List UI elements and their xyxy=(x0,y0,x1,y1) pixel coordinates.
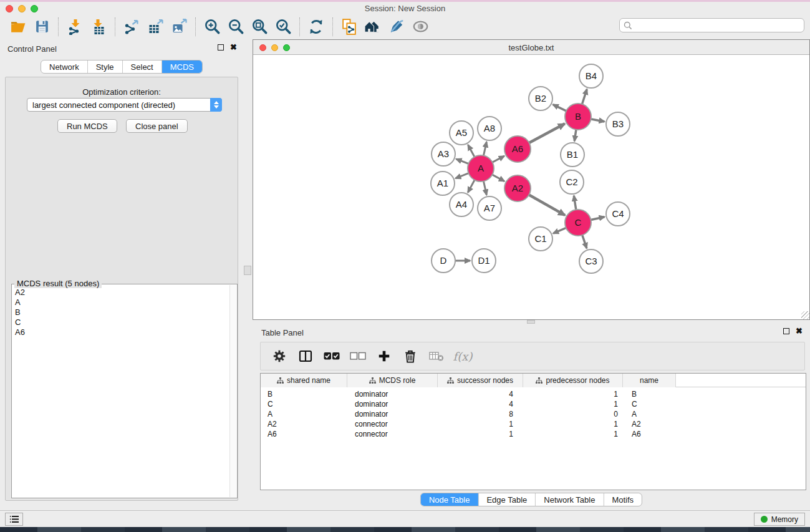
network-canvas[interactable]: B4B2BB3A8A5A6A3B1AC2A1A2A4A7C4CC1C3DD1 xyxy=(253,55,809,319)
tab-mcds[interactable]: MCDS xyxy=(162,60,202,73)
tab-motifs[interactable]: Motifs xyxy=(603,493,642,506)
table-cell[interactable]: C xyxy=(261,399,347,409)
graph-node-D[interactable]: D xyxy=(432,249,455,273)
export-network-button[interactable] xyxy=(120,16,143,37)
table-cell[interactable]: dominator xyxy=(347,399,438,409)
tab-network-table[interactable]: Network Table xyxy=(535,493,603,506)
column-header-successor-nodes[interactable]: successor nodes xyxy=(438,374,523,387)
table-cell[interactable]: dominator xyxy=(347,389,438,399)
zoom-selected-button[interactable] xyxy=(271,16,295,37)
criterion-dropdown[interactable]: largest connected component (directed) xyxy=(27,98,222,112)
graph-node-D1[interactable]: D1 xyxy=(472,249,496,273)
table-cell[interactable]: A2 xyxy=(261,419,347,429)
zoom-in-button[interactable] xyxy=(200,16,224,37)
zoom-out-button[interactable] xyxy=(224,16,248,37)
column-header-shared-name[interactable]: shared name xyxy=(261,374,347,387)
table-cell[interactable]: 1 xyxy=(523,399,623,409)
column-header-predecessor-nodes[interactable]: predecessor nodes xyxy=(523,374,623,387)
graph-node-C3[interactable]: C3 xyxy=(579,249,603,273)
save-session-button[interactable] xyxy=(30,16,54,37)
graph-node-A6[interactable]: A6 xyxy=(504,136,531,162)
tab-edge-table[interactable]: Edge Table xyxy=(478,493,535,506)
show-hide-panel-button[interactable] xyxy=(408,16,432,37)
table-cell[interactable]: 4 xyxy=(438,389,523,399)
cybrowser-home-button[interactable] xyxy=(361,16,385,37)
apply-layout-button[interactable] xyxy=(304,16,328,37)
table-cell[interactable]: connector xyxy=(347,419,438,429)
create-column-button[interactable] xyxy=(373,346,395,367)
mcds-result-item[interactable]: A6 xyxy=(12,327,229,337)
table-cell[interactable]: A2 xyxy=(623,419,676,429)
graph-node-A8[interactable]: A8 xyxy=(478,117,501,140)
mcds-result-item[interactable]: B xyxy=(12,307,229,317)
close-panel-icon[interactable]: ✖ xyxy=(230,44,237,51)
table-cell[interactable]: B xyxy=(623,389,676,399)
table-cell[interactable]: A xyxy=(261,409,347,419)
hide-graphics-details-button[interactable] xyxy=(385,16,408,37)
import-table-button[interactable] xyxy=(87,16,110,37)
search-field[interactable] xyxy=(619,18,804,32)
table-cell[interactable]: 8 xyxy=(438,409,523,419)
select-all-columns-button[interactable] xyxy=(321,346,343,367)
close-panel-icon[interactable]: ✖ xyxy=(796,328,803,334)
table-cell[interactable]: 1 xyxy=(523,419,623,429)
float-panel-icon[interactable] xyxy=(218,44,224,51)
table-cell[interactable]: connector xyxy=(347,429,438,439)
tab-select[interactable]: Select xyxy=(122,60,162,73)
mcds-result-item[interactable]: C xyxy=(12,317,229,327)
graph-node-B3[interactable]: B3 xyxy=(606,112,630,136)
table-cell[interactable]: 1 xyxy=(438,419,523,429)
graph-node-C2[interactable]: C2 xyxy=(560,170,584,194)
vertical-splitter-handle[interactable] xyxy=(244,266,251,275)
show-column-panel-button[interactable] xyxy=(294,346,317,367)
table-cell[interactable]: 4 xyxy=(438,399,523,409)
float-panel-icon[interactable] xyxy=(783,328,789,334)
tab-node-table[interactable]: Node Table xyxy=(421,493,478,506)
graph-node-A5[interactable]: A5 xyxy=(450,121,473,145)
graph-node-A4[interactable]: A4 xyxy=(450,193,473,216)
table-cell[interactable]: 1 xyxy=(523,429,623,439)
unselect-all-columns-button[interactable] xyxy=(347,346,369,367)
mcds-result-item[interactable]: A2 xyxy=(12,288,229,297)
export-image-button[interactable] xyxy=(167,16,191,37)
graph-node-A7[interactable]: A7 xyxy=(478,196,501,220)
graph-node-A2[interactable]: A2 xyxy=(504,175,531,201)
result-scrollbar[interactable] xyxy=(229,285,236,497)
table-cell[interactable]: 1 xyxy=(438,429,523,439)
table-cell[interactable]: dominator xyxy=(347,409,438,419)
column-header-name[interactable]: name xyxy=(623,374,676,387)
graph-node-C[interactable]: C xyxy=(565,210,591,236)
open-session-button[interactable] xyxy=(6,16,30,37)
table-cell[interactable]: A6 xyxy=(623,429,676,439)
clone-network-button[interactable] xyxy=(337,16,361,37)
export-table-button[interactable] xyxy=(143,16,167,37)
column-header-mcds-role[interactable]: MCDS role xyxy=(347,374,438,387)
graph-node-C4[interactable]: C4 xyxy=(606,202,630,226)
table-cell[interactable]: C xyxy=(623,399,676,409)
close-panel-button[interactable]: Close panel xyxy=(126,119,188,133)
search-input[interactable] xyxy=(635,19,800,31)
table-cell[interactable]: A xyxy=(623,409,676,419)
table-cell[interactable]: A6 xyxy=(261,429,347,439)
graph-node-B[interactable]: B xyxy=(565,104,591,130)
graph-node-A[interactable]: A xyxy=(468,155,494,181)
run-mcds-button[interactable]: Run MCDS xyxy=(57,119,117,133)
table-cell[interactable]: B xyxy=(261,389,347,399)
table-cell[interactable]: 1 xyxy=(523,389,623,399)
table-cell[interactable]: 0 xyxy=(523,409,623,419)
graph-node-B2[interactable]: B2 xyxy=(529,87,552,110)
frame-resize-grip[interactable] xyxy=(801,311,809,319)
mcds-result-item[interactable]: A xyxy=(12,297,229,307)
import-network-button[interactable] xyxy=(63,16,87,37)
tab-network[interactable]: Network xyxy=(41,60,87,73)
zoom-fit-button[interactable] xyxy=(248,16,271,37)
graph-node-A3[interactable]: A3 xyxy=(432,142,455,166)
graph-node-A1[interactable]: A1 xyxy=(431,172,455,195)
horizontal-splitter-handle[interactable] xyxy=(527,320,535,324)
table-settings-button[interactable] xyxy=(268,346,291,367)
graph-node-C1[interactable]: C1 xyxy=(529,227,552,251)
tab-style[interactable]: Style xyxy=(87,60,122,73)
task-history-button[interactable] xyxy=(5,513,23,526)
delete-column-button[interactable] xyxy=(399,346,422,367)
graph-node-B1[interactable]: B1 xyxy=(561,143,584,167)
